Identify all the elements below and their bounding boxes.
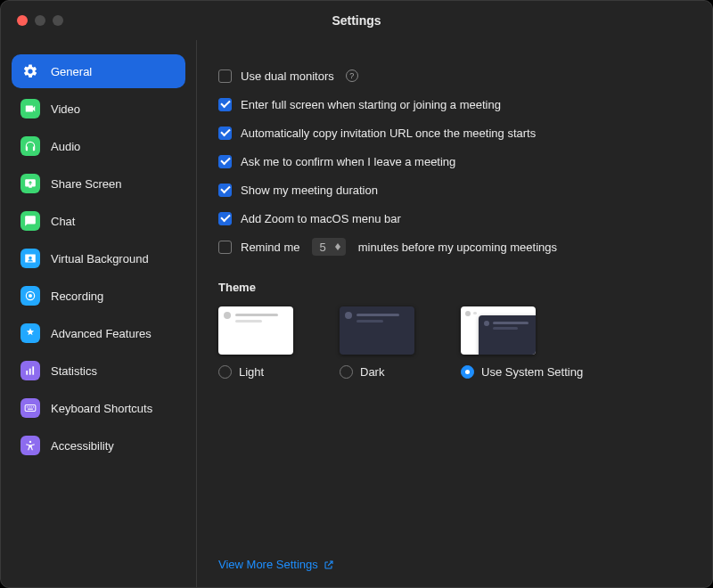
svg-point-3 bbox=[29, 294, 32, 298]
window-title: Settings bbox=[332, 13, 381, 28]
sidebar-item-label: Audio bbox=[51, 140, 80, 153]
window-body: General Video Audio Share Screen bbox=[1, 40, 712, 587]
checkbox[interactable] bbox=[218, 69, 232, 83]
sidebar-item-recording[interactable]: Recording bbox=[12, 279, 185, 313]
headphones-icon bbox=[20, 136, 40, 156]
sidebar: General Video Audio Share Screen bbox=[1, 40, 197, 587]
sidebar-item-label: Recording bbox=[51, 290, 103, 303]
option-label-post: minutes before my upcoming meetings bbox=[358, 241, 557, 254]
external-link-icon bbox=[324, 559, 334, 570]
chat-icon bbox=[20, 211, 40, 231]
option-remind-me[interactable]: Remind me 5 minutes before my upcoming m… bbox=[218, 233, 687, 261]
sidebar-item-label: Video bbox=[51, 102, 80, 116]
theme-option-light[interactable]: Light bbox=[218, 306, 293, 379]
theme-thumbnail-dark bbox=[340, 306, 414, 355]
theme-heading: Theme bbox=[218, 281, 687, 294]
svg-rect-7 bbox=[25, 405, 36, 412]
chevron-down-icon[interactable] bbox=[335, 247, 340, 250]
virtual-background-icon bbox=[20, 249, 40, 268]
option-label: Show my meeting duration bbox=[241, 184, 378, 197]
checkbox[interactable] bbox=[218, 98, 232, 111]
svg-rect-4 bbox=[26, 371, 28, 375]
theme-option-system[interactable]: Use System Setting bbox=[461, 306, 583, 379]
sidebar-item-video[interactable]: Video bbox=[12, 92, 185, 126]
keyboard-icon bbox=[20, 398, 40, 418]
option-label: Ask me to confirm when I leave a meeting bbox=[241, 155, 455, 168]
sidebar-item-label: Keyboard Shortcuts bbox=[51, 402, 152, 415]
titlebar: Settings bbox=[1, 1, 712, 40]
sidebar-item-label: Virtual Background bbox=[51, 252, 149, 265]
theme-label: Light bbox=[239, 365, 264, 379]
option-label: Enter full screen when starting or joini… bbox=[241, 98, 501, 111]
svg-rect-11 bbox=[33, 406, 34, 407]
sidebar-item-label: Share Screen bbox=[51, 177, 122, 191]
gear-icon bbox=[20, 61, 40, 81]
checkbox[interactable] bbox=[218, 184, 232, 197]
sidebar-item-accessibility[interactable]: Accessibility bbox=[12, 429, 185, 462]
recording-icon bbox=[20, 286, 40, 306]
sidebar-item-virtual-background[interactable]: Virtual Background bbox=[12, 241, 185, 275]
svg-rect-12 bbox=[28, 409, 33, 410]
stepper-value: 5 bbox=[316, 241, 332, 254]
option-copy-url[interactable]: Automatically copy invitation URL once t… bbox=[218, 118, 687, 147]
close-window-button[interactable] bbox=[17, 15, 28, 26]
option-label: Use dual monitors bbox=[241, 69, 334, 83]
sidebar-item-statistics[interactable]: Statistics bbox=[12, 354, 185, 388]
option-dual-monitors[interactable]: Use dual monitors ? bbox=[218, 61, 687, 90]
option-meeting-duration[interactable]: Show my meeting duration bbox=[218, 176, 687, 204]
help-icon[interactable]: ? bbox=[346, 69, 358, 82]
option-full-screen[interactable]: Enter full screen when starting or joini… bbox=[218, 90, 687, 118]
svg-rect-10 bbox=[31, 406, 32, 407]
stepper-arrows[interactable] bbox=[333, 243, 342, 250]
sidebar-item-audio[interactable]: Audio bbox=[12, 129, 185, 163]
share-screen-icon bbox=[20, 174, 40, 193]
checkbox[interactable] bbox=[218, 212, 232, 225]
option-label-pre: Remind me bbox=[241, 241, 299, 254]
option-label: Add Zoom to macOS menu bar bbox=[241, 212, 401, 225]
sidebar-item-label: Statistics bbox=[51, 364, 97, 378]
theme-option-dark[interactable]: Dark bbox=[340, 306, 414, 379]
sidebar-item-label: General bbox=[51, 65, 92, 78]
radio-button[interactable] bbox=[461, 365, 474, 379]
video-icon bbox=[20, 99, 40, 118]
sidebar-item-share-screen[interactable]: Share Screen bbox=[12, 167, 185, 200]
minimize-window-button[interactable] bbox=[35, 15, 45, 26]
svg-rect-8 bbox=[27, 406, 28, 407]
checkbox[interactable] bbox=[218, 155, 232, 168]
radio-button[interactable] bbox=[218, 365, 232, 379]
sidebar-item-label: Accessibility bbox=[51, 439, 114, 453]
theme-label: Dark bbox=[360, 365, 384, 379]
sidebar-item-advanced-features[interactable]: Advanced Features bbox=[12, 316, 185, 350]
advanced-features-icon bbox=[20, 323, 40, 343]
theme-thumbnail-light bbox=[218, 306, 293, 355]
checkbox[interactable] bbox=[218, 241, 232, 254]
checkbox[interactable] bbox=[218, 127, 232, 140]
theme-options: Light Dark bbox=[218, 306, 687, 379]
radio-button[interactable] bbox=[340, 365, 353, 379]
traffic-lights bbox=[17, 15, 63, 26]
statistics-icon bbox=[20, 361, 40, 380]
settings-window: Settings General Video Audio bbox=[0, 0, 713, 588]
content-pane: Use dual monitors ? Enter full screen wh… bbox=[197, 40, 712, 587]
option-menu-bar[interactable]: Add Zoom to macOS menu bar bbox=[218, 204, 687, 233]
sidebar-item-label: Chat bbox=[51, 215, 75, 228]
svg-point-1 bbox=[29, 257, 32, 259]
theme-label: Use System Setting bbox=[481, 365, 583, 379]
sidebar-item-general[interactable]: General bbox=[12, 54, 185, 88]
zoom-window-button[interactable] bbox=[53, 15, 63, 26]
sidebar-item-chat[interactable]: Chat bbox=[12, 204, 185, 238]
svg-rect-6 bbox=[32, 366, 34, 374]
sidebar-item-keyboard-shortcuts[interactable]: Keyboard Shortcuts bbox=[12, 391, 185, 425]
theme-thumbnail-system bbox=[461, 306, 536, 355]
minutes-stepper[interactable]: 5 bbox=[312, 238, 345, 256]
accessibility-icon bbox=[20, 436, 40, 455]
view-more-settings-link[interactable]: View More Settings bbox=[218, 543, 687, 571]
option-label: Automatically copy invitation URL once t… bbox=[241, 127, 536, 140]
link-label: View More Settings bbox=[218, 558, 318, 571]
option-confirm-leave[interactable]: Ask me to confirm when I leave a meeting bbox=[218, 147, 687, 176]
sidebar-item-label: Advanced Features bbox=[51, 327, 152, 340]
svg-rect-9 bbox=[29, 406, 29, 407]
svg-point-13 bbox=[29, 441, 31, 443]
svg-rect-5 bbox=[29, 369, 31, 375]
